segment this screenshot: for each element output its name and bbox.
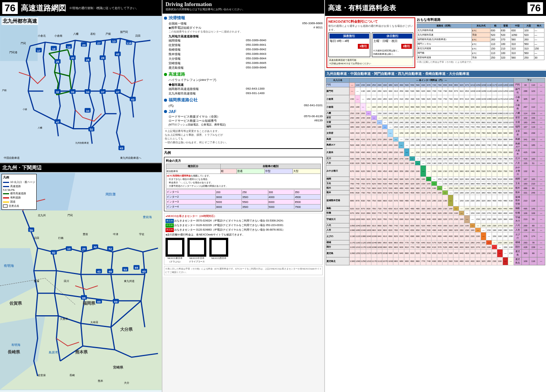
- toll-cell: 860: [481, 120, 486, 125]
- toll-cell: 650: [404, 223, 409, 228]
- toll-cell: 570: [475, 156, 481, 161]
- toll-cell: 360: [442, 223, 448, 228]
- toll-cell: 830: [371, 211, 377, 215]
- toll-cell: 1050: [350, 223, 355, 228]
- map-legend: 凡例 10 出入口・親ページ 高速道路 5.6 5A PA 都市高速道路 有料道…: [2, 174, 37, 210]
- toll-cell: 320: [382, 87, 388, 95]
- toll-cell: 280: [404, 120, 409, 125]
- toll-cell: 190: [437, 166, 442, 177]
- toll-cell: 980: [393, 257, 398, 265]
- toll-cell: 1170: [371, 257, 377, 265]
- toll-cell: 610: [442, 116, 448, 120]
- toll-side3: —: [537, 215, 545, 223]
- toll-cell: 150: [366, 95, 371, 103]
- toll-cell: 570: [437, 245, 442, 249]
- toll-cell: 230: [393, 149, 398, 156]
- toll-cell: 360: [486, 195, 492, 206]
- toll-cell: 320: [355, 120, 360, 125]
- toll-cell: 150: [388, 120, 393, 125]
- toll-cell: 990: [497, 120, 503, 125]
- toll-cell: 230: [486, 215, 492, 223]
- toll-cell: 360: [448, 156, 453, 161]
- toll-cell: 480: [404, 195, 409, 206]
- toll-cell: 1080: [355, 228, 360, 232]
- toll-cell: 310: [404, 116, 409, 120]
- toll-cell: 650: [448, 116, 453, 120]
- station-name: 小倉東: [326, 95, 350, 103]
- station-label-right: 鳥栖JCT: [514, 142, 522, 149]
- toll-cell: 770: [421, 257, 426, 265]
- toll-cell: 280: [453, 223, 459, 228]
- toll-cell: 190: [497, 232, 503, 240]
- driving-info-title: Driving Information: [166, 2, 321, 8]
- toll-cell: 370: [360, 129, 366, 137]
- toll-cell: 320: [426, 195, 431, 206]
- toll-side2: 226: [529, 111, 537, 116]
- toll-cell: 850: [497, 137, 503, 142]
- toll-cell: 1000: [355, 215, 360, 223]
- toll-cell: 270: [426, 191, 431, 195]
- toll-cell: 480: [442, 240, 448, 245]
- toll-cell: 1030: [388, 257, 393, 265]
- toll-cell: 480: [437, 232, 442, 240]
- svg-text:26: 26: [86, 58, 89, 62]
- toll-side3: —: [537, 166, 545, 177]
- toll-cell: 610: [481, 156, 486, 161]
- svg-text:豊前海: 豊前海: [143, 215, 152, 219]
- toll-cell: 230: [426, 149, 431, 156]
- toll-cell: 750: [442, 95, 448, 103]
- toll-cell: 700: [360, 181, 366, 186]
- toll-cell: 320: [481, 195, 486, 206]
- toll-cell: 870: [360, 206, 366, 211]
- toll-cell: 570: [448, 125, 453, 129]
- toll-side3: —: [537, 228, 545, 232]
- toll-cell: 400: [453, 240, 459, 245]
- toll-cell: 650: [432, 249, 437, 257]
- toll-cell: 560: [404, 211, 409, 215]
- toll-cell: 610: [453, 125, 459, 129]
- toll-cell: 330: [366, 129, 371, 137]
- toll-cell: 1000: [366, 228, 371, 232]
- toll-cell: 660: [432, 95, 437, 103]
- toll-cell: 270: [410, 177, 415, 181]
- toll-cell: 860: [388, 232, 393, 240]
- station-name: 古賀: [326, 120, 350, 125]
- toll-cell: 900: [481, 116, 486, 120]
- subtitle-left: ※現地の通行規制・標識に従って走行して下さい。: [69, 6, 159, 10]
- toll-cell: 190: [448, 206, 453, 211]
- toll-cell: —: [393, 137, 398, 142]
- toll-cell: —: [437, 186, 442, 191]
- toll-cell: 1090: [366, 240, 371, 245]
- station-label-right: えびの: [514, 232, 522, 240]
- fare-legend-title: 凡例: [164, 150, 323, 155]
- toll-cell: 430: [421, 211, 426, 215]
- toll-cell: 400: [437, 223, 442, 228]
- toll-cell: 280: [355, 116, 360, 120]
- toll-cell: 610: [393, 206, 398, 211]
- toll-cell: 500: [421, 111, 426, 116]
- toll-cell: 480: [453, 142, 459, 149]
- toll-cell: 810: [497, 142, 503, 149]
- toll-cell: 580: [355, 156, 360, 161]
- toll-cell: 330: [371, 137, 377, 142]
- toll-cell: 820: [382, 223, 388, 228]
- toll-cell: 360: [497, 211, 503, 215]
- toll-cell: 520: [442, 245, 448, 249]
- toll-cell: 690: [399, 215, 404, 223]
- toll-cell: 190: [399, 125, 404, 129]
- toll-cell: 900: [377, 228, 382, 232]
- toll-cell: 1030: [382, 249, 388, 257]
- toll-cell: 460: [350, 137, 355, 142]
- toll-cell: 370: [371, 142, 377, 149]
- right-panel: 高速・有料道路料金表 76 NEXCOのETC料金割引について 割引の適用により…: [325, 0, 546, 392]
- toll-cell: 880: [366, 211, 371, 215]
- toll-cell: 1120: [492, 95, 497, 103]
- toll-cell: 440: [442, 137, 448, 142]
- svg-text:門司: 門司: [68, 214, 73, 217]
- toll-side: 183: [521, 120, 529, 125]
- toll-cell: 150: [470, 211, 475, 215]
- toll-cell: 280: [481, 206, 486, 211]
- toll-side3: —: [537, 129, 545, 137]
- svg-text:熊本: 熊本: [98, 380, 103, 383]
- toll-cell: 280: [459, 228, 464, 232]
